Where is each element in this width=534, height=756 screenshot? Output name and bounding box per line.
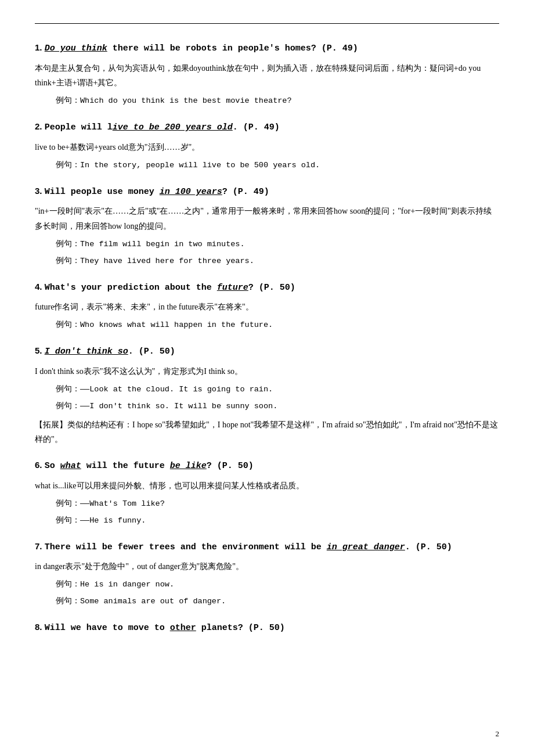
- section-5-example-1: 例句：——Look at the cloud. It is going to r…: [56, 383, 499, 397]
- section-1-number: 1.: [35, 42, 45, 52]
- section-3-key-phrase: in 100 years: [160, 187, 222, 197]
- section-3-title: 3. Will people use money in 100 years? (…: [35, 183, 499, 200]
- section-6-title-prefix: So: [45, 461, 60, 471]
- section-4-example-1: 例句：Who knows what will happen in the fut…: [56, 318, 499, 333]
- section-7-key-phrase: in great danger: [327, 542, 405, 552]
- section-3-body: "in+一段时间"表示"在……之后"或"在……之内"，通常用于一般将来时，常用来…: [35, 204, 499, 234]
- section-6-example-1: 例句：——What's Tom like?: [56, 497, 499, 512]
- section-4-title: 4. What's your prediction about the futu…: [35, 279, 499, 296]
- section-3-example-2: 例句：They have lived here for three years.: [56, 254, 499, 269]
- section-4-key-phrase: future: [217, 283, 248, 293]
- section-7: 7. There will be fewer trees and the env…: [35, 539, 499, 609]
- section-6-title-mid: will the future: [81, 461, 170, 471]
- section-7-title-prefix: There will be fewer trees and the enviro…: [45, 542, 327, 552]
- section-3-example-1: 例句：The film will begin in two minutes.: [56, 237, 499, 252]
- section-3: 3. Will people use money in 100 years? (…: [35, 183, 499, 269]
- section-8-title-prefix: Will we have to move to: [45, 623, 170, 633]
- top-divider: [35, 23, 499, 24]
- section-7-number: 7.: [35, 541, 45, 551]
- section-5-number: 5.: [35, 345, 45, 355]
- section-4-body: future作名词，表示"将来、未来"，in the future表示"在将来"…: [35, 300, 499, 315]
- section-6-example-2: 例句：——He is funny.: [56, 514, 499, 528]
- section-1-body: 本句是主从复合句，从句为宾语从句，如果doyouthink放在句中，则为插入语，…: [35, 61, 499, 91]
- section-4: 4. What's your prediction about the futu…: [35, 279, 499, 333]
- section-5-example-2: 例句：——I don't think so. It will be sunny …: [56, 399, 499, 414]
- section-1-key-phrase: Do you think: [45, 44, 107, 53]
- section-5-title-suffix: . (P. 50): [128, 347, 175, 357]
- section-4-title-suffix: ? (P. 50): [248, 283, 295, 293]
- section-4-number: 4.: [35, 282, 45, 291]
- section-7-example-2: 例句：Some animals are out of danger.: [56, 595, 499, 609]
- section-2-title-prefix: People will l: [45, 123, 113, 132]
- section-3-title-prefix: Will people use money: [45, 187, 160, 197]
- section-1: 1. Do you think there will be robots in …: [35, 40, 499, 109]
- section-7-title-suffix: . (P. 50): [405, 542, 452, 552]
- section-3-number: 3.: [35, 186, 45, 196]
- section-8-number: 8.: [35, 622, 45, 632]
- section-8: 8. Will we have to move to other planets…: [35, 620, 499, 636]
- section-5-key-phrase: I don't think so: [45, 347, 128, 357]
- section-6-number: 6.: [35, 460, 45, 470]
- section-7-body: in danger表示"处于危险中"，out of danger意为"脱离危险"…: [35, 559, 499, 574]
- section-5: 5. I don't think so. (P. 50) I don't thi…: [35, 343, 499, 447]
- section-2: 2. People will live to be 200 years old.…: [35, 119, 499, 172]
- section-6-key-phrase-1: what: [60, 461, 81, 471]
- section-7-title: 7. There will be fewer trees and the env…: [35, 539, 499, 555]
- section-2-title: 2. People will live to be 200 years old.…: [35, 119, 499, 135]
- section-7-example-1: 例句：He is in danger now.: [56, 578, 499, 592]
- section-6-key-phrase-2: be like: [170, 461, 207, 471]
- section-2-body: live to be+基数词+years old意为"活到……岁"。: [35, 140, 499, 155]
- section-2-title-suffix: . (P. 49): [233, 123, 280, 132]
- section-6: 6. So what will the future be like? (P. …: [35, 458, 499, 528]
- section-5-tuozhan: 【拓展】类似的结构还有：I hope so"我希望如此"，I hope not"…: [35, 417, 499, 448]
- section-4-title-prefix: What's your prediction about the: [45, 283, 217, 293]
- section-8-title-suffix: planets? (P. 50): [196, 623, 285, 633]
- content-area: 1. Do you think there will be robots in …: [35, 40, 499, 635]
- section-6-title: 6. So what will the future be like? (P. …: [35, 458, 499, 474]
- section-6-title-suffix: ? (P. 50): [207, 461, 254, 471]
- section-2-example-1: 例句：In the story, people will live to be …: [56, 159, 499, 173]
- section-2-key-phrase: ive to be 200 years old: [113, 123, 233, 132]
- section-1-title: 1. Do you think there will be robots in …: [35, 40, 499, 56]
- section-1-title-rest: there will be robots in people's homes? …: [107, 44, 358, 53]
- section-8-key-phrase: other: [170, 623, 196, 633]
- section-6-body: what is...like可以用来提问外貌、情形，也可以用来提问某人性格或者品…: [35, 478, 499, 494]
- section-5-title: 5. I don't think so. (P. 50): [35, 343, 499, 359]
- section-5-body: I don't think so表示"我不这么认为"，肯定形式为I think …: [35, 364, 499, 379]
- section-1-example-1: 例句：Which do you think is the best movie …: [56, 94, 499, 109]
- section-8-title: 8. Will we have to move to other planets…: [35, 620, 499, 636]
- page-number: 2: [496, 729, 500, 739]
- section-2-number: 2.: [35, 121, 45, 131]
- section-3-title-suffix: ? (P. 49): [222, 187, 269, 197]
